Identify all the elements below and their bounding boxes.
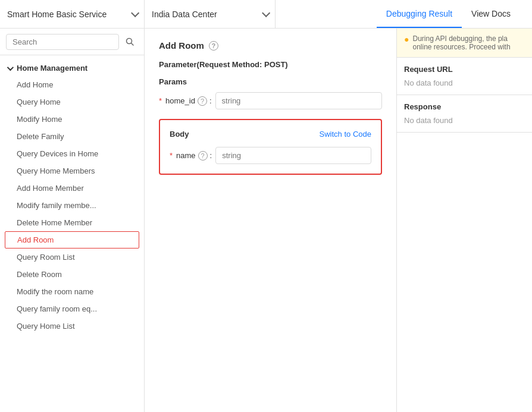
body-section: Body Switch to Code * name ? :	[159, 119, 382, 175]
sidebar-item-query-family-room-eq[interactable]: Query family room eq...	[0, 300, 144, 317]
name-input[interactable]	[215, 147, 371, 164]
sidebar-item-add-home[interactable]: Add Home	[0, 76, 144, 93]
tab-bar: Debugging Result View Docs	[377, 0, 532, 28]
warning-banner: ● During API debugging, the pla online r…	[397, 29, 532, 58]
request-url-label: Request URL	[404, 65, 525, 74]
name-help-icon[interactable]: ?	[198, 151, 208, 161]
service-label: Smart Home Basic Service	[7, 10, 107, 19]
sidebar-item-add-room[interactable]: Add Room	[5, 231, 139, 249]
section-label: Home Management	[17, 64, 87, 73]
service-chevron-icon	[131, 8, 139, 17]
home-id-row: * home_id ? :	[159, 92, 382, 109]
section-arrow-icon	[7, 64, 14, 70]
sidebar-nav: Home Management Add Home Query Home Modi…	[0, 55, 144, 412]
sidebar-section-home-management: Home Management Add Home Query Home Modi…	[0, 60, 144, 335]
name-label: * name ? :	[170, 151, 212, 161]
sidebar-item-query-home[interactable]: Query Home	[0, 93, 144, 111]
params-section: Params * home_id ? :	[159, 77, 382, 109]
body-header: Body Switch to Code	[170, 130, 371, 139]
params-label: Params	[159, 77, 382, 86]
main-content: Add Room ? Parameter(Request Method: POS…	[145, 29, 396, 412]
switch-to-code-button[interactable]: Switch to Code	[320, 130, 371, 139]
home-id-input[interactable]	[215, 92, 382, 109]
request-url-section: Request URL No data found	[397, 58, 532, 95]
response-section: Response No data found	[397, 95, 532, 133]
response-value: No data found	[404, 116, 525, 125]
sidebar-item-modify-home[interactable]: Modify Home	[0, 111, 144, 128]
page-help-icon[interactable]: ?	[209, 41, 218, 51]
datacenter-label: India Data Center	[152, 10, 217, 19]
datacenter-selector[interactable]: India Data Center	[145, 0, 276, 28]
required-star: *	[159, 96, 162, 105]
body-title: Body	[170, 130, 189, 139]
home-id-label: * home_id ? :	[159, 96, 212, 106]
sidebar-item-query-home-members[interactable]: Query Home Members	[0, 162, 144, 180]
home-id-help-icon[interactable]: ?	[198, 96, 207, 106]
datacenter-chevron-icon	[262, 8, 270, 17]
response-label: Response	[404, 102, 525, 111]
sidebar-item-delete-home-member[interactable]: Delete Home Member	[0, 214, 144, 231]
sidebar-item-delete-family[interactable]: Delete Family	[0, 128, 144, 145]
warning-icon: ●	[404, 34, 409, 51]
tab-viewdocs[interactable]: View Docs	[462, 0, 520, 28]
search-box	[0, 29, 144, 55]
search-icon	[126, 37, 134, 46]
sidebar-item-query-home-list[interactable]: Query Home List	[0, 317, 144, 335]
body: Home Management Add Home Query Home Modi…	[0, 29, 532, 412]
warning-text: During API debugging, the pla online res…	[412, 34, 525, 51]
header: Smart Home Basic Service India Data Cent…	[0, 0, 532, 29]
name-row: * name ? :	[170, 147, 371, 164]
sidebar-item-add-home-member[interactable]: Add Home Member	[0, 180, 144, 197]
sidebar: Home Management Add Home Query Home Modi…	[0, 29, 145, 412]
page-title: Add Room	[159, 40, 204, 51]
sidebar-item-modify-room-name[interactable]: Modify the room name	[0, 283, 144, 300]
sidebar-section-title[interactable]: Home Management	[0, 60, 144, 76]
svg-line-1	[132, 43, 134, 46]
search-input[interactable]	[6, 34, 119, 50]
request-url-value: No data found	[404, 78, 525, 87]
name-required-star: *	[170, 151, 173, 160]
sidebar-item-query-devices-home[interactable]: Query Devices in Home	[0, 145, 144, 162]
page-title-row: Add Room ?	[159, 40, 382, 51]
section-label: Parameter(Request Method: POST)	[159, 60, 382, 69]
search-button[interactable]	[121, 33, 138, 50]
sidebar-item-modify-family-member[interactable]: Modify family membe...	[0, 197, 144, 214]
service-selector[interactable]: Smart Home Basic Service	[0, 0, 145, 28]
sidebar-item-query-room-list[interactable]: Query Room List	[0, 249, 144, 266]
sidebar-item-delete-room[interactable]: Delete Room	[0, 266, 144, 283]
right-panel: ● During API debugging, the pla online r…	[396, 29, 532, 412]
tab-debugging[interactable]: Debugging Result	[377, 0, 462, 28]
